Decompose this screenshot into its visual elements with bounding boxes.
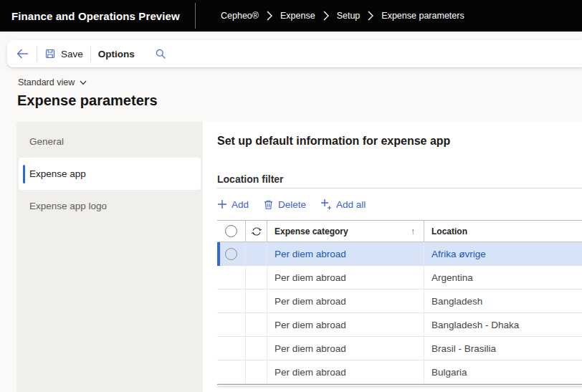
breadcrumb: Cepheo® Expense Setup Expense parameters (221, 0, 464, 32)
location-cell[interactable]: Bangladesh - Dhaka (424, 313, 582, 336)
row-gutter-cell (246, 290, 267, 312)
table-row[interactable]: Per diem abroad Brasil - Brasilia (217, 337, 582, 360)
expense-category-cell[interactable]: Per diem abroad (267, 290, 424, 312)
expense-category-cell[interactable]: Per diem abroad (267, 242, 424, 265)
row-gutter-cell (246, 266, 267, 289)
column-header-expense-category[interactable]: Expense category ↑ (267, 221, 424, 242)
plus-icon (217, 199, 227, 209)
row-select-cell[interactable] (217, 337, 246, 360)
plus-plus-icon (320, 199, 332, 210)
tab-label: Expense app logo (29, 201, 107, 211)
selected-tab-indicator (23, 165, 25, 183)
row-select-cell[interactable] (217, 313, 246, 336)
breadcrumb-item-module[interactable]: Expense (280, 11, 315, 21)
app-title[interactable]: Finance and Operations Preview (11, 0, 180, 32)
tab-label: General (29, 136, 64, 147)
select-all-radio[interactable] (225, 225, 237, 237)
location-cell[interactable]: Argentina (424, 266, 582, 289)
section-divider (217, 188, 582, 188)
back-button[interactable] (16, 48, 29, 59)
toolbar-divider (90, 46, 91, 62)
arrow-left-icon (16, 48, 29, 59)
row-radio[interactable] (225, 248, 237, 260)
select-all-cell[interactable] (217, 221, 246, 242)
sort-ascending-icon: ↑ (411, 226, 415, 236)
top-navigation-bar: Finance and Operations Preview Cepheo® E… (0, 0, 582, 32)
location-filter-grid: Expense category ↑ Location Per diem abr… (217, 220, 582, 386)
delete-button-label: Delete (278, 199, 306, 210)
table-row[interactable]: Per diem abroad Bangladesh (217, 290, 582, 313)
tab-expense-app-logo[interactable]: Expense app logo (16, 190, 203, 222)
add-all-button-label: Add all (336, 199, 366, 210)
table-row[interactable]: Per diem abroad Argentina (217, 266, 582, 290)
tab-general[interactable]: General (16, 125, 203, 158)
grid-bottom-border (217, 384, 582, 386)
add-button[interactable]: Add (217, 199, 249, 210)
breadcrumb-item-page[interactable]: Expense parameters (381, 11, 464, 21)
expense-category-cell[interactable]: Per diem abroad (267, 313, 424, 336)
toolbar-divider (37, 46, 37, 62)
search-button[interactable] (155, 48, 166, 59)
row-select-cell[interactable] (217, 360, 246, 383)
refresh-cell[interactable] (246, 221, 267, 242)
add-button-label: Add (232, 199, 249, 210)
table-row[interactable]: Per diem abroad Afrika øvrige (217, 242, 582, 266)
location-cell[interactable]: Bulgaria (424, 360, 582, 383)
row-select-cell[interactable] (217, 266, 246, 289)
location-cell[interactable]: Brasil - Brasilia (424, 337, 582, 360)
search-icon (155, 48, 166, 59)
tab-label: Expense app (29, 168, 86, 179)
chevron-right-icon (323, 11, 329, 21)
section-heading: Set up default information for expense a… (217, 135, 450, 148)
table-row[interactable]: Per diem abroad Bangladesh - Dhaka (217, 313, 582, 337)
action-pane: Save Options (7, 40, 582, 67)
expense-category-cell[interactable]: Per diem abroad (267, 266, 424, 289)
row-gutter-cell (246, 360, 267, 383)
breadcrumb-item-section[interactable]: Setup (337, 11, 361, 21)
view-selector[interactable]: Standard view (18, 77, 87, 87)
refresh-icon (251, 226, 262, 237)
row-select-cell[interactable] (217, 242, 246, 265)
view-selector-label: Standard view (18, 77, 75, 87)
add-all-button[interactable]: Add all (320, 199, 366, 210)
chevron-right-icon (267, 11, 272, 21)
page-title: Expense parameters (17, 92, 158, 109)
chevron-right-icon (368, 11, 373, 21)
grid-header-row: Expense category ↑ Location (217, 220, 582, 242)
delete-button[interactable]: Delete (263, 199, 306, 210)
expense-category-cell[interactable]: Per diem abroad (267, 360, 424, 383)
expense-category-cell[interactable]: Per diem abroad (267, 337, 424, 360)
column-header-location[interactable]: Location (424, 221, 582, 242)
tab-expense-app[interactable]: Expense app (19, 158, 201, 190)
save-button-label: Save (61, 49, 83, 59)
table-row[interactable]: Per diem abroad Bulgaria (217, 360, 582, 384)
location-cell[interactable]: Afrika øvrige (424, 242, 582, 265)
topbar-divider (195, 3, 196, 29)
trash-icon (263, 199, 274, 210)
location-cell[interactable]: Bangladesh (424, 290, 582, 312)
row-gutter-cell (246, 242, 267, 265)
save-icon (44, 48, 56, 59)
options-menu-button[interactable]: Options (98, 49, 135, 59)
settings-tab-list: General Expense app Expense app logo (16, 122, 203, 392)
save-button[interactable]: Save (44, 48, 83, 59)
grid-toolbar: Add Delete Add all (217, 194, 366, 214)
breadcrumb-item-company[interactable]: Cepheo® (221, 11, 259, 21)
chevron-down-icon (80, 80, 87, 85)
row-gutter-cell (246, 313, 267, 336)
row-gutter-cell (246, 337, 267, 360)
location-filter-title: Location filter (217, 173, 284, 185)
main-content: Set up default information for expense a… (203, 122, 582, 392)
row-select-cell[interactable] (217, 290, 246, 312)
